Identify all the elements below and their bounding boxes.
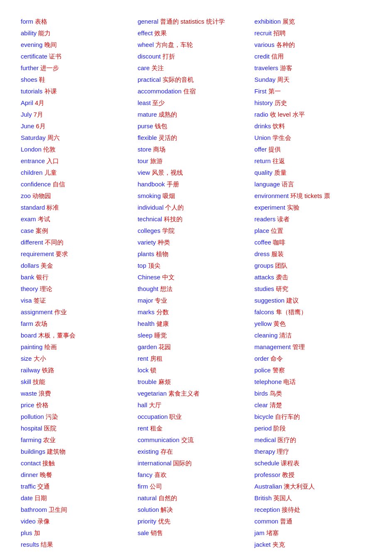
list-item: Union学生会 (254, 133, 367, 143)
english-word: entrance (21, 157, 45, 164)
english-word: international (138, 460, 172, 467)
chinese-translation: 自行车的 (275, 413, 300, 420)
list-item: board木板，董事会 (21, 330, 134, 340)
english-word: individual (138, 204, 164, 211)
english-word: yellow (254, 320, 272, 327)
column-1: form表格ability能力evening晚间certificate证书fur… (21, 17, 138, 550)
english-word: recruit (254, 29, 272, 37)
list-item: environment环境 tickets 票 (254, 191, 367, 201)
chinese-translation: 个人的 (165, 204, 184, 211)
chinese-translation: 医院 (44, 425, 56, 432)
list-item: waste浪费 (21, 389, 134, 399)
chinese-translation: 打折 (163, 53, 175, 60)
chinese-translation: 绘画 (44, 343, 57, 350)
english-word: Union (254, 134, 270, 141)
english-word: technical (138, 215, 162, 222)
english-word: buildings (21, 448, 45, 455)
english-word: wheel (138, 41, 154, 48)
chinese-translation: 农场 (35, 320, 47, 327)
list-item: clear清楚 (254, 400, 367, 410)
english-word: waste (21, 390, 37, 397)
chinese-translation: 喜欢 (154, 471, 167, 478)
chinese-translation: 麻烦 (158, 378, 171, 385)
english-word: purse (138, 122, 153, 130)
chinese-translation: 补课 (44, 88, 57, 95)
chinese-translation: 方向盘，车轮 (156, 41, 193, 48)
main-content: form表格ability能力evening晚间certificate证书fur… (21, 17, 371, 550)
list-item: video录像 (21, 516, 134, 526)
english-word: major (138, 297, 153, 304)
chinese-translation: 关注 (151, 64, 164, 71)
list-item: rent房租 (138, 354, 251, 364)
chinese-translation: 游客 (280, 64, 292, 71)
list-item: Sunday周天 (254, 75, 367, 85)
list-item: health健康 (138, 319, 251, 329)
list-item: children儿童 (21, 168, 134, 178)
list-item: management管理 (254, 342, 367, 352)
list-item: schedule课程表 (254, 458, 367, 468)
english-word: attacks (254, 274, 274, 281)
list-item: exam考试 (21, 214, 134, 224)
english-word: professor (254, 471, 280, 478)
english-word: reception (254, 506, 280, 513)
list-item: jam堵塞 (254, 528, 367, 538)
english-word: natural (138, 494, 157, 501)
list-item: natural自然的 (138, 493, 251, 503)
chinese-translation: 职业 (169, 413, 182, 420)
english-word: sleep (138, 332, 153, 339)
english-word: mature (138, 111, 157, 118)
list-item: tutorials补课 (21, 86, 134, 96)
list-item: travelers游客 (254, 63, 367, 73)
english-word: smoking (138, 192, 161, 199)
chinese-translation: 录像 (37, 518, 50, 525)
english-word: birds (254, 390, 268, 397)
english-word: theory (21, 285, 38, 292)
chinese-translation: 结果 (41, 541, 53, 548)
chinese-translation: 饮料 (273, 122, 285, 130)
list-item: entrance入口 (21, 156, 134, 166)
chinese-translation: 鞋 (39, 76, 45, 83)
list-item: flexible灵活的 (138, 133, 251, 143)
english-word: painting (21, 343, 43, 350)
english-word: results (21, 541, 39, 548)
list-item: marks分数 (138, 307, 251, 317)
english-word: radio (254, 111, 268, 118)
chinese-translation: 动物园 (32, 192, 51, 199)
english-word: common (254, 518, 278, 525)
list-item: case案例 (21, 226, 134, 236)
chinese-translation: 木板，董事会 (38, 332, 75, 339)
chinese-translation: 解决 (161, 506, 173, 513)
list-item: Australian澳大利亚人 (254, 482, 367, 491)
chinese-translation: 展览 (282, 18, 295, 25)
english-word: tour (138, 157, 149, 164)
english-word: vegetarian (138, 390, 167, 397)
english-word: dollars (21, 262, 39, 269)
chinese-translation: 袭击 (276, 274, 288, 281)
list-item: skill技能 (21, 377, 134, 387)
chinese-translation: 晚间 (44, 41, 57, 48)
chinese-translation: 周天 (277, 76, 290, 83)
english-word: Saturday (21, 134, 46, 141)
list-item: plus加 (21, 528, 134, 538)
chinese-translation: 植物 (156, 250, 168, 257)
list-item: studies研究 (254, 284, 367, 294)
english-word: medical (254, 436, 276, 443)
list-item: recruit招聘 (254, 28, 367, 38)
english-word: travelers (254, 64, 278, 71)
chinese-translation: 花园 (158, 343, 171, 350)
list-item: vegetarian素食主义者 (138, 389, 251, 399)
chinese-translation: 理疗 (277, 448, 289, 455)
chinese-translation: 交流 (181, 436, 194, 443)
chinese-translation: 读者 (277, 215, 290, 222)
list-item: place位置 (254, 226, 367, 236)
list-item: requirement要求 (21, 249, 134, 259)
chinese-translation: 铁路 (42, 367, 54, 374)
english-word: hospital (21, 425, 42, 432)
english-word: offer (254, 146, 267, 153)
english-word: clear (254, 401, 268, 408)
chinese-translation: 实际的音机 (163, 76, 194, 83)
list-item: further进一步 (21, 63, 134, 73)
list-item: common普通 (254, 516, 367, 526)
list-item: zoo动物园 (21, 191, 134, 201)
english-word: First (254, 88, 266, 95)
